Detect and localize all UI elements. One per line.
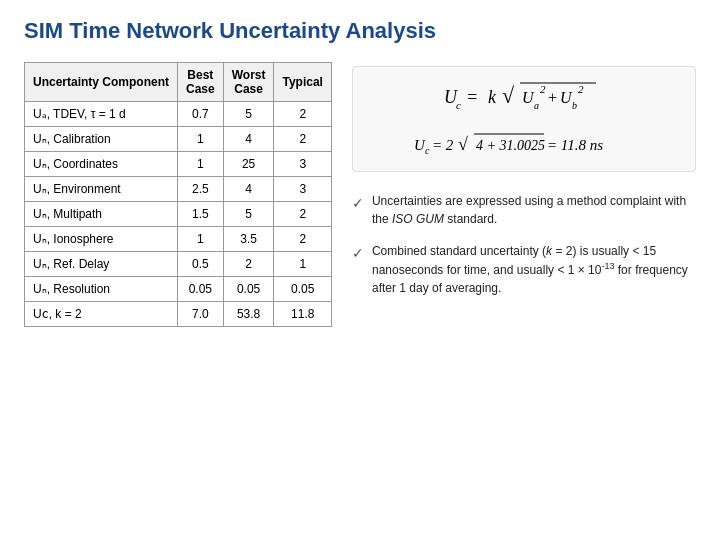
svg-text:2: 2: [578, 83, 584, 95]
cell-7-0: Uₙ, Resolution: [25, 277, 178, 302]
bullet-item-1: ✓ Uncertainties are expressed using a me…: [352, 192, 696, 228]
col-header-best: BestCase: [178, 63, 224, 102]
cell-5-3: 2: [274, 227, 331, 252]
table-row: Uₙ, Ref. Delay0.521: [25, 252, 332, 277]
cell-1-1: 1: [178, 127, 224, 152]
page: SIM Time Network Uncertainty Analysis Un…: [0, 0, 720, 540]
formula-calc: U c = 2 √ 4 + 31.0025 = 11.8 ns: [365, 128, 683, 163]
svg-text:c: c: [425, 145, 430, 156]
table-row: Uₙ, Resolution0.050.050.05: [25, 277, 332, 302]
cell-6-0: Uₙ, Ref. Delay: [25, 252, 178, 277]
cell-7-2: 0.05: [223, 277, 274, 302]
page-title: SIM Time Network Uncertainty Analysis: [24, 18, 696, 44]
left-panel: Uncertainty Component BestCase WorstCase…: [24, 62, 332, 327]
svg-text:= 11.8 ns: = 11.8 ns: [547, 137, 603, 153]
cell-0-2: 5: [223, 102, 274, 127]
svg-text:c: c: [456, 99, 461, 111]
formula1-svg: U c = k √ U a 2 + U b 2: [444, 75, 604, 119]
table-row: Uₙ, Multipath1.552: [25, 202, 332, 227]
cell-0-1: 0.7: [178, 102, 224, 127]
formula2-svg: U c = 2 √ 4 + 31.0025 = 11.8 ns: [414, 128, 634, 160]
table-row: Uₙ, Calibration142: [25, 127, 332, 152]
cell-8-1: 7.0: [178, 302, 224, 327]
bullet-text-2: Combined standard uncertainty (k = 2) is…: [372, 242, 696, 297]
svg-text:b: b: [572, 100, 577, 111]
cell-4-0: Uₙ, Multipath: [25, 202, 178, 227]
table-row: Uₐ, TDEV, τ = 1 d0.752: [25, 102, 332, 127]
cell-4-2: 5: [223, 202, 274, 227]
cell-5-1: 1: [178, 227, 224, 252]
table-row: Uₙ, Ionosphere13.52: [25, 227, 332, 252]
cell-8-3: 11.8: [274, 302, 331, 327]
cell-7-3: 0.05: [274, 277, 331, 302]
cell-3-0: Uₙ, Environment: [25, 177, 178, 202]
cell-1-0: Uₙ, Calibration: [25, 127, 178, 152]
table-row: Uₙ, Environment2.543: [25, 177, 332, 202]
uncertainty-table: Uncertainty Component BestCase WorstCase…: [24, 62, 332, 327]
cell-0-0: Uₐ, TDEV, τ = 1 d: [25, 102, 178, 127]
cell-4-3: 2: [274, 202, 331, 227]
cell-4-1: 1.5: [178, 202, 224, 227]
cell-5-0: Uₙ, Ionosphere: [25, 227, 178, 252]
svg-text:2: 2: [540, 83, 546, 95]
col-header-component: Uncertainty Component: [25, 63, 178, 102]
cell-1-3: 2: [274, 127, 331, 152]
cell-8-2: 53.8: [223, 302, 274, 327]
cell-2-0: Uₙ, Coordinates: [25, 152, 178, 177]
col-header-worst: WorstCase: [223, 63, 274, 102]
cell-8-0: Uᴄ, k = 2: [25, 302, 178, 327]
formula-box: U c = k √ U a 2 + U b 2: [352, 66, 696, 172]
col-header-typical: Typical: [274, 63, 331, 102]
cell-1-2: 4: [223, 127, 274, 152]
cell-5-2: 3.5: [223, 227, 274, 252]
bullet-item-2: ✓ Combined standard uncertainty (k = 2) …: [352, 242, 696, 297]
cell-3-1: 2.5: [178, 177, 224, 202]
cell-7-1: 0.05: [178, 277, 224, 302]
svg-text:√: √: [502, 83, 515, 108]
svg-text:= 2: = 2: [432, 137, 454, 153]
cell-6-3: 1: [274, 252, 331, 277]
right-panel: U c = k √ U a 2 + U b 2: [352, 62, 696, 327]
svg-text:k: k: [488, 87, 497, 107]
cell-2-3: 3: [274, 152, 331, 177]
cell-2-1: 1: [178, 152, 224, 177]
checkmark-icon-1: ✓: [352, 193, 364, 228]
svg-text:+: +: [547, 89, 558, 106]
bullet-text-1: Uncertainties are expressed using a meth…: [372, 192, 696, 228]
cell-3-3: 3: [274, 177, 331, 202]
cell-3-2: 4: [223, 177, 274, 202]
cell-0-3: 2: [274, 102, 331, 127]
svg-text:=: =: [466, 87, 478, 107]
table-row: Uₙ, Coordinates1253: [25, 152, 332, 177]
table-row: Uᴄ, k = 27.053.811.8: [25, 302, 332, 327]
checkmark-icon-2: ✓: [352, 243, 364, 297]
formula-main: U c = k √ U a 2 + U b 2: [365, 75, 683, 122]
svg-text:√: √: [458, 134, 468, 154]
bullet-section: ✓ Uncertainties are expressed using a me…: [352, 192, 696, 311]
cell-2-2: 25: [223, 152, 274, 177]
svg-text:4 + 31.0025: 4 + 31.0025: [476, 138, 545, 153]
content: Uncertainty Component BestCase WorstCase…: [24, 62, 696, 327]
cell-6-1: 0.5: [178, 252, 224, 277]
svg-text:a: a: [534, 100, 539, 111]
cell-6-2: 2: [223, 252, 274, 277]
